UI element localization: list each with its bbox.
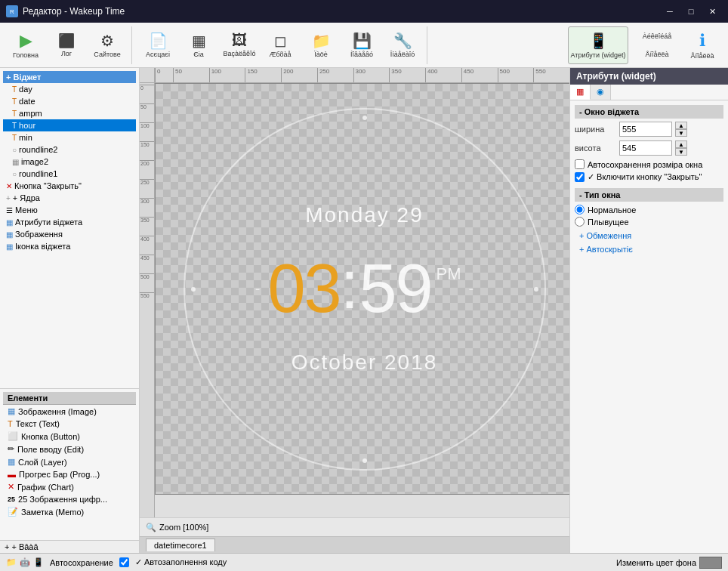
shape-button[interactable]: ◻ Æбõàå [261,26,300,64]
comp-digit[interactable]: 25 25 Зображення цифр... [3,493,136,505]
minimize-button[interactable]: ─ [660,4,680,19]
tree-header[interactable]: + Віджет [3,71,136,83]
close-btn-row: ✓ Включити кнопку "Закрыть" [575,172,723,182]
save-button[interactable]: 💾 Íîâàåâó [342,26,381,64]
comp-progress[interactable]: ▬ Прогрес Бар (Prog...) [3,468,136,480]
comp-layer[interactable]: ▦ Слой (Layer) [3,455,136,468]
tools-button[interactable]: 🔧 Îíàåëàîó [383,26,422,64]
float-radio[interactable] [575,217,585,227]
height-down-button[interactable]: ▼ [675,148,687,156]
canvas-status-bar: 🔍 Zoom [100%] [140,517,569,536]
normal-label: Нормальное [588,205,636,215]
tree-item-image[interactable]: ▦ Зображення [3,228,136,240]
tree-item-image2[interactable]: ▦ image2 [3,156,136,168]
android-mode-button[interactable]: 📱 Атрибути (widget) [568,26,628,64]
canvas-scroll[interactable]: 0 50 100 150 200 250 300 350 400 450 500… [140,83,569,517]
status-icons: 📁 🤖 📱 [6,557,44,567]
log-button[interactable]: ⬛ Лог [47,26,86,64]
clock-container: Monday 29 - 03 : 59 PM - October 2018 [156,84,569,494]
height-up-button[interactable]: ▲ [675,140,687,148]
main-tools: ▶ Головна ⬛ Лог ⚙ Сайтове [6,26,132,64]
main-layout: + Віджет T day T date T ampm T hour T mi… [0,68,728,553]
window-type-section[interactable]: - Тип окна [575,188,723,202]
collapse-icon: - [579,190,582,199]
digit-comp-icon: 25 [8,495,15,503]
canvas-tab[interactable]: datetimecore1 [146,539,215,551]
change-color-button[interactable]: Изменить цвет фона [616,557,722,569]
new-button[interactable]: 📄 Асєцаєі [138,26,177,64]
extra-btn-1[interactable]: Àéêëîéáå [634,28,680,45]
comp-text[interactable]: T Текст (Text) [3,418,136,430]
tree-item-day[interactable]: T day [3,83,136,95]
canvas-tab-bar: datetimecore1 [140,536,569,553]
tree-item-min[interactable]: T min [3,131,136,144]
width-row: ширина ▲ ▼ [575,122,723,137]
ruler-mark: 50 [173,68,209,82]
collapse-icon: - [579,107,582,116]
width-input[interactable] [619,122,672,137]
file-button[interactable]: 📁 Ïàöè [301,26,341,64]
bg-button[interactable]: 🖼 Ваçàëåêîó [220,26,259,64]
progress-comp-icon: ▬ [8,470,16,479]
comp-chart[interactable]: ✕ График (Chart) [3,480,136,493]
autofill-checkbox[interactable] [119,557,129,567]
clock-dot-left [191,287,196,292]
height-input[interactable] [619,140,672,156]
maximize-button[interactable]: □ [681,4,701,19]
ruler-mark: 150 [245,68,281,82]
clock-dots [185,110,544,469]
file-tools: 📄 Асєцаєі ▦ Єіа 🖼 Ваçàëåêîó ◻ Æбõàå 📁 Ïà… [138,26,427,64]
comp-edit[interactable]: ✏ Поле вводу (Edit) [3,443,136,455]
normal-radio[interactable] [575,205,585,215]
tree-item-ampm[interactable]: T ampm [3,107,136,119]
autohide-expand[interactable]: + Автоскрытіє [575,242,723,256]
widget-canvas[interactable]: Monday 29 - 03 : 59 PM - October 2018 [155,83,569,495]
tree-item-core[interactable]: + + Ядра [3,192,136,204]
tree-item-menu[interactable]: ☰ Меню [3,204,136,216]
autosave-checkbox[interactable] [575,159,585,169]
constraints-expand[interactable]: + Обмеження [575,229,723,242]
status-left: 📁 🤖 📱 Автосохранение ✓ Автозаполнення ко… [6,557,227,567]
comp-button[interactable]: ⬜ Кнопка (Button) [3,430,136,443]
app-icon: R [6,5,18,17]
ruler-mark: 400 [425,68,461,82]
memo-comp-icon: 📝 [8,507,18,517]
run-button[interactable]: ▶ Головна [6,26,45,64]
add-component-button[interactable]: + + Вâàâ [0,540,139,553]
width-label: ширина [575,125,616,134]
edit-comp-icon: ✏ [8,444,14,454]
layer-comp-icon: ▦ [8,457,15,467]
prop-tab-2[interactable]: ◉ [591,85,611,100]
close-btn-label: ✓ Включити кнопку "Закрыть" [588,172,702,182]
settings-button[interactable]: ⚙ Сайтове [88,26,127,64]
clock-dot-bottom [362,458,367,463]
layers-button[interactable]: ▦ Єіа [179,26,218,64]
normal-radio-row: Нормальное [575,205,723,215]
components-header[interactable]: Елементи [3,392,136,405]
tree-item-widget-attrs[interactable]: ▦ Атрибути віджета [3,216,136,228]
tree-item-roundline2[interactable]: ○ roundline2 [3,144,136,156]
right-panel: Атрибути (widget) ▦ ◉ - Окно віджета шир… [569,68,728,553]
window-section[interactable]: - Окно віджета [575,105,723,119]
widget-tree: + Віджет T day T date T ampm T hour T mi… [0,68,139,389]
close-btn-checkbox[interactable] [575,172,585,182]
tree-item-roundline1[interactable]: ○ roundline1 [3,168,136,180]
menu-icon: ☰ [6,206,13,215]
comp-memo[interactable]: 📝 Заметка (Memo) [3,505,136,518]
width-up-button[interactable]: ▲ [675,122,687,129]
extra-btn-2[interactable]: Åíîåëëà [634,46,680,63]
tree-item-close-btn[interactable]: ✕ Кнопка "Закрыть" [3,180,136,192]
ruler-horizontal: 0 50 100 150 200 250 300 350 400 450 500… [140,68,569,83]
prop-tab-1[interactable]: ▦ [570,85,591,100]
tree-item-hour[interactable]: T hour [3,119,136,131]
info-button[interactable]: ℹ Åíîåëëà [683,26,722,64]
ruler-mark: 350 [389,68,425,82]
tree-item-widget-icon[interactable]: ▦ Іконка віджета [3,240,136,252]
autosave-label: Автосохранення розміра окна [588,160,702,169]
comp-image[interactable]: ▦ Зображення (Image) [3,405,136,418]
extra-tools: Àéêëîéáå Åíîåëëà [634,28,680,63]
width-down-button[interactable]: ▼ [675,129,687,137]
tree-item-date[interactable]: T date [3,95,136,107]
close-button[interactable]: ✕ [702,4,722,19]
clock-circle: Monday 29 - 03 : 59 PM - October 2018 [184,108,546,471]
